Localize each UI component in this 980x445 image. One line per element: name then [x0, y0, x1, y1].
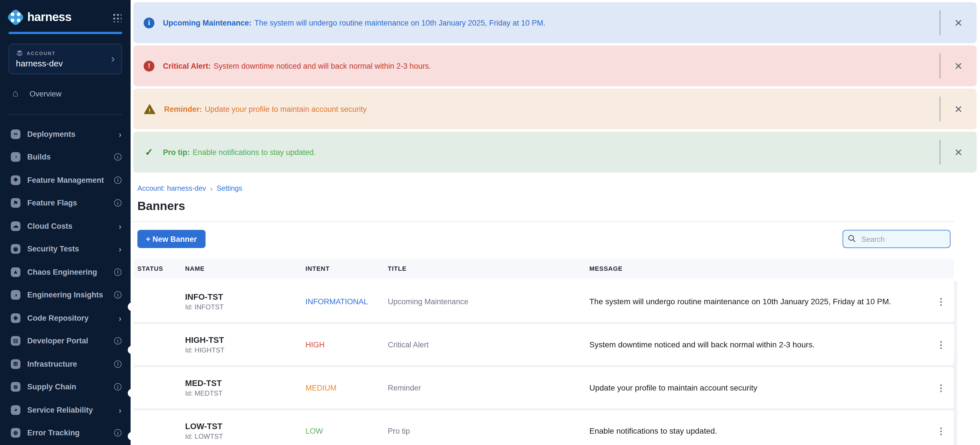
- breadcrumb-separator-icon: ›: [210, 184, 213, 193]
- banner-prefix: Pro tip:: [163, 148, 190, 156]
- sidebar-item-deployments[interactable]: ∞ Deployments ›: [0, 122, 130, 146]
- sidebar-item-overview[interactable]: ⌂ Overview: [0, 82, 130, 105]
- chevron-right-icon: ›: [119, 129, 121, 139]
- table-row[interactable]: MED-TST Id: MEDTST MEDIUM Reminder Updat…: [134, 367, 954, 408]
- sidebar-item-label: Code Repository: [27, 314, 89, 323]
- chaos-engineering-icon: ▲: [11, 267, 21, 277]
- sidebar-item-cloud-costs[interactable]: ☁ Cloud Costs ›: [0, 215, 130, 238]
- row-menu-kebab-icon[interactable]: ⋮: [929, 382, 954, 393]
- table-row[interactable]: INFO-TST Id: INFOTST INFORMATIONAL Upcom…: [134, 281, 954, 322]
- sidebar-item-builds[interactable]: ◔ Builds i: [0, 146, 130, 168]
- sidebar-item-label: Engineering Insights: [27, 291, 103, 299]
- check-icon: ✓: [144, 147, 154, 157]
- info-icon[interactable]: i: [114, 337, 121, 345]
- sidebar-item-chaos-engineering[interactable]: ▲ Chaos Engineering i: [0, 261, 130, 283]
- col-header-intent: INTENT: [305, 265, 388, 272]
- sidebar-item-developer-portal[interactable]: ⊟ Developer Portal i: [0, 329, 130, 353]
- sidebar-item-infrastructure[interactable]: ⊞ Infrastructure i: [0, 353, 130, 375]
- sidebar-item-label: Supply Chain: [27, 383, 76, 391]
- sidebar-item-label: Cloud Costs: [27, 222, 72, 230]
- chevron-right-icon: ›: [119, 244, 121, 254]
- info-icon[interactable]: i: [114, 269, 121, 276]
- row-menu-kebab-icon[interactable]: ⋮: [929, 339, 954, 350]
- banner-name: INFO-TST: [185, 292, 305, 301]
- code-repository-icon: ◈: [11, 313, 21, 323]
- banner-message: Update your profile to maintain account …: [589, 383, 929, 392]
- close-icon[interactable]: ×: [948, 142, 969, 162]
- close-icon[interactable]: ×: [948, 99, 969, 119]
- sidebar-item-feature-management[interactable]: ❖ Feature Management i: [0, 168, 130, 192]
- cloud-costs-icon: ☁: [11, 221, 21, 231]
- intent-badge: INFORMATIONAL: [305, 297, 388, 306]
- col-header-name: NAME: [185, 265, 305, 272]
- info-icon[interactable]: i: [114, 176, 121, 184]
- col-header-status: STATUS: [137, 265, 185, 272]
- banner-name: LOW-TST: [185, 421, 305, 431]
- feature-management-icon: ❖: [11, 175, 21, 185]
- info-icon[interactable]: i: [114, 383, 121, 391]
- sidebar-item-security-tests[interactable]: ◉ Security Tests ›: [0, 238, 130, 261]
- sidebar-item-service-reliability[interactable]: ◕ Service Reliability ›: [0, 399, 130, 421]
- intent-badge: HIGH: [305, 340, 388, 349]
- home-icon: ⌂: [13, 88, 26, 99]
- banner-prefix: Upcoming Maintenance:: [163, 19, 251, 27]
- banner-message: The system will undergo routine maintena…: [255, 19, 546, 27]
- banner-divider: [939, 97, 940, 121]
- warning-triangle-icon: !: [144, 104, 156, 114]
- developer-portal-icon: ⊟: [11, 336, 21, 346]
- harness-logo-text[interactable]: harness: [27, 10, 72, 24]
- row-menu-kebab-icon[interactable]: ⋮: [929, 426, 954, 436]
- banner-name: HIGH-TST: [185, 335, 305, 344]
- chevron-right-icon: ›: [119, 221, 121, 231]
- sidebar-item-error-tracking[interactable]: ⊕ Error Tracking i: [0, 421, 130, 445]
- app-window: harness ACCOUNT harness-dev › ⌂ Overv: [0, 0, 980, 445]
- banner-id: Id: MEDTST: [185, 389, 305, 397]
- sidebar-item-label: Feature Management: [27, 176, 104, 184]
- info-icon[interactable]: i: [114, 361, 121, 368]
- info-icon[interactable]: i: [114, 429, 121, 437]
- sidebar-item-feature-flags[interactable]: ⚑ Feature Flags i: [0, 192, 130, 215]
- account-name: harness-dev: [16, 59, 111, 68]
- breadcrumb-settings-link[interactable]: Settings: [216, 184, 242, 192]
- close-icon[interactable]: ×: [948, 56, 969, 76]
- info-circle-icon: i: [144, 17, 154, 28]
- sidebar-divider: [8, 114, 122, 114]
- engineering-insights-icon: ◑: [11, 290, 21, 300]
- row-menu-kebab-icon[interactable]: ⋮: [929, 296, 954, 307]
- info-icon[interactable]: i: [114, 200, 121, 207]
- close-icon[interactable]: ×: [948, 13, 969, 33]
- security-tests-icon: ◉: [11, 244, 21, 254]
- sidebar-item-supply-chain[interactable]: ⊚ Supply Chain i: [0, 375, 130, 399]
- banner-title: Pro tip: [388, 426, 589, 435]
- sidebar-item-code-repository[interactable]: ◈ Code Repository ›: [0, 307, 130, 329]
- banner-prefix: Reminder:: [164, 105, 202, 113]
- sidebar-item-label: Developer Portal: [27, 337, 88, 345]
- table-row[interactable]: LOW-TST Id: LOWTST LOW Pro tip Enable no…: [134, 410, 954, 445]
- alert-circle-icon: !: [144, 60, 154, 71]
- banner-message: Enable notifications to stay updated.: [193, 148, 316, 156]
- new-banner-button[interactable]: + New Banner: [137, 230, 205, 248]
- banner-divider: [939, 140, 940, 165]
- content-card-edge: [954, 356, 955, 445]
- account-selector[interactable]: ACCOUNT harness-dev ›: [8, 44, 122, 74]
- error-tracking-icon: ⊕: [11, 428, 21, 438]
- harness-logo-icon[interactable]: [6, 8, 25, 26]
- chevron-right-icon: ›: [119, 405, 121, 415]
- search-input[interactable]: [843, 230, 950, 248]
- table-row[interactable]: HIGH-TST Id: HIGHTST HIGH Critical Alert…: [134, 324, 954, 365]
- info-icon[interactable]: i: [114, 154, 121, 161]
- account-label: ACCOUNT: [27, 50, 56, 56]
- info-icon[interactable]: i: [114, 291, 121, 299]
- banners-page: Account: harness-dev › Settings Banners …: [130, 184, 980, 445]
- search-icon: [848, 234, 856, 243]
- banner-critical: ! Critical Alert:System downtime noticed…: [134, 45, 977, 86]
- sidebar-item-label: Deployments: [27, 130, 75, 138]
- app-launcher-grid-icon[interactable]: [112, 12, 121, 22]
- sidebar-item-label: Overview: [30, 89, 62, 98]
- sidebar-item-label: Infrastructure: [27, 360, 77, 369]
- banner-prefix: Critical Alert:: [163, 62, 211, 70]
- table-header: STATUS NAME INTENT TITLE MESSAGE: [134, 258, 954, 279]
- banner-id: Id: INFOTST: [185, 303, 305, 311]
- sidebar-item-engineering-insights[interactable]: ◑ Engineering Insights i: [0, 283, 130, 307]
- breadcrumb-account-link[interactable]: Account: harness-dev: [137, 184, 206, 192]
